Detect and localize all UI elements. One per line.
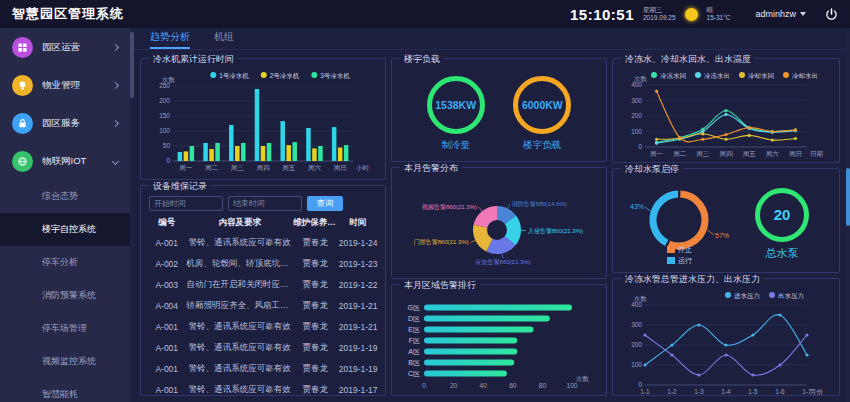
sidebar-item[interactable]: 综合态势 [0, 180, 130, 213]
date-block: 星期三 2019.09.25 [643, 6, 676, 23]
sidebar: 园区运营物业管理园区服务物联网IOT综合态势楼宇自控系统停车分析消防预警系统停车… [0, 28, 130, 402]
column-right: 冷冻水、冷却水回水、出水温度 0100200300400周一周二周三周四周五周六… [612, 58, 840, 396]
table-cell: 2019-1-19 [337, 364, 379, 374]
panel-title: 冷水机累计运行时间 [149, 53, 238, 66]
sidebar-nav: 园区运营物业管理园区服务物联网IOT综合态势楼宇自控系统停车分析消防预警系统停车… [0, 28, 130, 402]
weather-text: 晴 [707, 6, 731, 14]
total-pump-gauge: 20 总水泵 [755, 188, 809, 261]
table-cell: A-003 [147, 280, 186, 290]
tab-1[interactable]: 趋势分析 [150, 30, 190, 49]
table-cell: 贾春龙 [293, 237, 337, 249]
table-cell: 警铃、通讯系统应可靠有效 [186, 321, 293, 333]
globe-icon [12, 151, 33, 172]
alarm-distribution-pie-chart: 消防告警589(14.6%)入侵告警860(21.3%)应急告警860(21.3… [398, 177, 598, 275]
gauge-label: 制冷量 [441, 139, 470, 152]
grid-icon [12, 37, 33, 58]
chevron-down-icon [112, 157, 119, 164]
tab-2[interactable]: 机组 [214, 30, 234, 49]
alarm-ranking-hbar-chart: G区D区E区F区A区B区C区020406080100次数 [398, 294, 598, 396]
svg-text:出水压力: 出水压力 [778, 292, 804, 299]
svg-text:1号冷水机: 1号冷水机 [219, 72, 249, 79]
svg-text:进水压力: 进水压力 [734, 292, 760, 300]
svg-text:F区: F区 [409, 337, 420, 344]
svg-text:1-3: 1-3 [694, 388, 704, 395]
gauge-ring: 6000KW [513, 76, 571, 134]
svg-text:200: 200 [631, 112, 642, 119]
table-cell: 轿厢照明应齐全、风扇工作应正常 [186, 300, 293, 312]
sidebar-group-4[interactable]: 物联网IOT [0, 142, 130, 180]
svg-text:E区: E区 [408, 326, 420, 333]
table-cell: 贾春龙 [293, 384, 337, 396]
panel-maintenance: 设备维保记录 查询 编号内容及要求维护保养人员时间A-001警铃、通讯系统应可靠… [140, 185, 386, 396]
page-scrollbar-thumb[interactable] [846, 168, 850, 226]
header-right: 15:10:51 星期三 2019.09.25 晴 15-31°C adminh… [570, 6, 838, 23]
sidebar-scrollbar-thumb[interactable] [130, 32, 134, 98]
svg-text:0: 0 [422, 382, 426, 389]
water-temp-line-chart: 0100200300400周一周二周三周四周五周六周日次数日期冷冻水回冷冻水出冷… [619, 68, 831, 160]
sidebar-group-3[interactable]: 园区服务 [0, 104, 130, 142]
gauge-ring: 1538KW [427, 76, 485, 134]
power-icon [825, 8, 838, 21]
lock-icon [12, 113, 33, 134]
table-row: A-003自动门在开启和关闭时应平稳无震荡贾春龙2019-1-22 [147, 274, 379, 295]
sidebar-item[interactable]: 智慧能耗 [0, 378, 130, 402]
sidebar-item[interactable]: 消防预警系统 [0, 279, 130, 312]
clock: 15:10:51 [570, 6, 634, 23]
svg-text:次数: 次数 [162, 76, 176, 83]
sidebar-item[interactable]: 停车分析 [0, 246, 130, 279]
svg-text:周日: 周日 [334, 164, 347, 171]
start-time-input[interactable] [149, 196, 223, 211]
bulb-icon [12, 75, 33, 96]
sidebar-item[interactable]: 停车场管理 [0, 312, 130, 345]
svg-text:周六: 周六 [766, 150, 780, 157]
user-menu[interactable]: adminhzw [755, 9, 806, 19]
sidebar-group-2[interactable]: 物业管理 [0, 66, 130, 104]
column-header: 维护保养人员 [293, 217, 337, 229]
power-button[interactable] [825, 8, 838, 21]
table-cell: 贾春龙 [293, 363, 337, 375]
svg-text:20: 20 [450, 382, 458, 389]
chevron-right-icon [112, 43, 119, 50]
svg-text:D区: D区 [408, 315, 420, 322]
header-bar: 智慧园区管理系统 15:10:51 星期三 2019.09.25 晴 15-31… [0, 0, 850, 28]
query-button[interactable]: 查询 [307, 196, 343, 211]
sidebar-item[interactable]: 楼宇自控系统 [0, 213, 130, 246]
panel-title: 设备维保记录 [149, 180, 211, 193]
pump-status-wrap: 43%57%停止运行 20 总水泵 [619, 178, 833, 270]
svg-text:月份: 月份 [810, 388, 824, 396]
table-cell: A-002 [147, 259, 186, 269]
weekday-label: 星期三 [643, 6, 676, 14]
svg-text:300: 300 [631, 321, 642, 328]
svg-text:冷冻水出: 冷冻水出 [704, 72, 730, 79]
svg-text:200: 200 [631, 341, 642, 348]
sidebar-scrollbar[interactable] [130, 28, 134, 402]
svg-text:43%: 43% [630, 203, 644, 210]
svg-text:运行: 运行 [678, 257, 692, 265]
panel-chiller-runtime: 冷水机累计运行时间 050100150200250周一周二周三周四周五周六周日次… [140, 58, 386, 180]
sidebar-item[interactable]: 视频监控系统 [0, 345, 130, 378]
table-cell: 2019-1-19 [337, 343, 379, 353]
svg-text:G区: G区 [408, 304, 420, 311]
chevron-down-icon [800, 12, 806, 16]
gauge-label: 楼宇负载 [523, 139, 561, 152]
table-cell: 警铃、通讯系统应可靠有效 [186, 237, 293, 249]
panel-title: 冷却水泵启停 [621, 163, 683, 176]
column-middle: 楼宇负载 1538KW制冷量6000KW楼宇负载 本月告警分布 消防告警589(… [391, 58, 607, 396]
svg-text:400: 400 [631, 301, 642, 308]
chiller-runtime-bar-chart: 050100150200250周一周二周三周四周五周六周日次数小时1号冷水机2号… [147, 68, 377, 174]
sidebar-group-label: 物联网IOT [42, 155, 86, 168]
temp-range: 15-31°C [707, 14, 731, 22]
svg-text:周日: 周日 [789, 150, 802, 157]
panel-title: 本月区域告警排行 [400, 279, 480, 292]
page-scrollbar[interactable] [846, 28, 850, 402]
column-header: 时间 [337, 217, 379, 229]
svg-text:B区: B区 [408, 359, 420, 366]
column-header: 内容及要求 [186, 217, 293, 229]
end-time-input[interactable] [228, 196, 302, 211]
sidebar-group-1[interactable]: 园区运营 [0, 28, 130, 66]
panel-water-pressure: 冷冻水管总管进水压力、出水压力 01002003004001-11-21-31-… [612, 278, 840, 396]
svg-text:150: 150 [159, 112, 170, 119]
svg-text:周三: 周三 [696, 150, 710, 157]
table-cell: 2019-1-23 [337, 259, 379, 269]
gauge-value: 1538KW [435, 99, 476, 111]
